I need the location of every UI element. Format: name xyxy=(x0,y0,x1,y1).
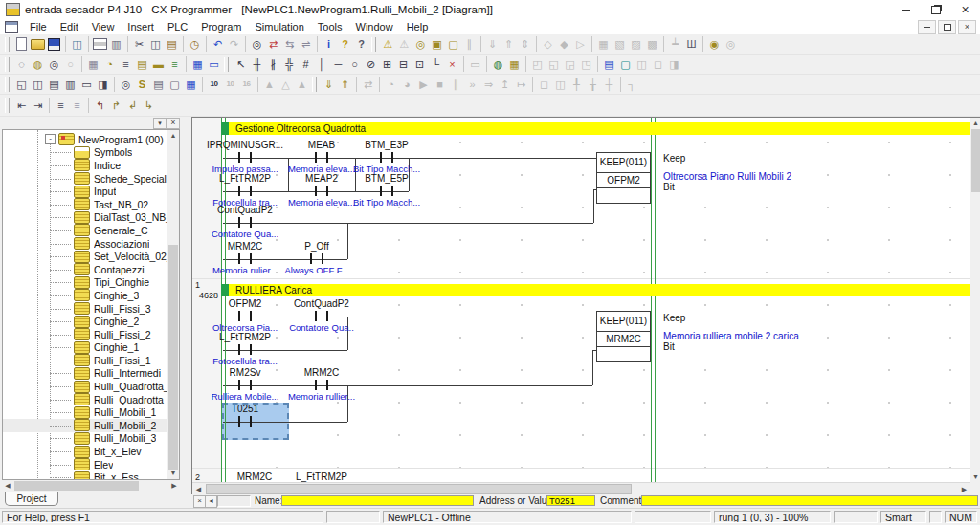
menu-plc[interactable]: PLC xyxy=(161,19,194,34)
menu-tools[interactable]: Tools xyxy=(311,19,349,34)
comment-input[interactable] xyxy=(641,495,978,506)
go-to-next-input-icon[interactable]: ↱ xyxy=(108,98,124,113)
tree-item-rulli-quadrotta-1[interactable]: Rulli_Quadrotta_1 xyxy=(3,380,167,393)
window-view-icon[interactable]: ▢ xyxy=(167,77,183,92)
go-to-next-rung-icon[interactable]: ↳ xyxy=(141,98,157,113)
rung-comment-list-icon[interactable]: ≡ xyxy=(118,56,134,72)
browse-icon[interactable]: ◍ xyxy=(490,56,506,72)
arrange-icons-icon[interactable]: ▭ xyxy=(78,77,95,92)
tree-item-elev[interactable]: Elev xyxy=(3,458,167,471)
ladder-vertical-scrollbar[interactable] xyxy=(970,118,980,482)
scroll-up-icon[interactable] xyxy=(970,118,980,128)
monitor-decimal-icon[interactable]: 10 xyxy=(206,77,222,92)
online-search-icon[interactable]: ◎ xyxy=(412,36,429,52)
toolbar-grip[interactable] xyxy=(224,57,229,72)
tree-item-set-velocit-02-nb-3[interactable]: Set_Velocità_02_NB_3 xyxy=(3,250,167,263)
ladder-contact[interactable]: L_FtTRM2P xyxy=(278,471,365,482)
keep-instruction-block[interactable]: KEEP(011)MRM2C xyxy=(596,311,651,362)
coil-tool-icon[interactable]: ○ xyxy=(346,56,363,72)
help-icon[interactable]: ? xyxy=(337,36,353,52)
ladder-canvas[interactable]: Gestione Oltrecorsa QuadrottaRULLIERA Ca… xyxy=(192,118,970,482)
tree-item-bit-x-ess-[interactable]: Bit_x_Ess_ xyxy=(3,470,167,479)
outdent-rung-icon[interactable]: ⇥ xyxy=(30,98,46,113)
mdi-restore-button[interactable] xyxy=(938,20,956,34)
tree-item-symbols[interactable]: Symbols xyxy=(3,146,167,160)
save-icon[interactable] xyxy=(46,36,62,52)
contact-no-tool-icon[interactable]: ╫ xyxy=(249,56,265,72)
minimize-button[interactable] xyxy=(891,0,921,19)
align-top-icon[interactable]: ≡ xyxy=(53,98,69,113)
horizontal-line-tool-icon[interactable]: ─ xyxy=(330,56,346,72)
zoom-custom-icon[interactable]: ◍ xyxy=(30,56,46,72)
local-symbol-table-icon[interactable]: ≡ xyxy=(167,56,183,72)
menu-insert[interactable]: Insert xyxy=(121,19,161,34)
cascade-windows-icon[interactable]: ◫ xyxy=(30,77,46,92)
io-comment-view-icon[interactable]: ▦ xyxy=(183,77,199,92)
tree-scroll-thumb[interactable] xyxy=(168,245,178,470)
ladder-contact[interactable]: MRM2CMemoria rullier... xyxy=(278,367,365,404)
coil-nc-tool-icon[interactable]: ⊘ xyxy=(363,56,379,72)
mdi-close-button[interactable] xyxy=(958,20,976,34)
or-contact-no-tool-icon[interactable]: ╬ xyxy=(281,56,298,72)
toolbar-grip[interactable] xyxy=(371,37,376,52)
instruction-detail-tool-icon[interactable]: ⊟ xyxy=(395,56,412,72)
menu-file[interactable]: File xyxy=(23,19,54,34)
find-report-icon[interactable]: ⇌ xyxy=(298,36,314,52)
tree-item-rulli-fissi-3[interactable]: Rulli_Fissi_3 xyxy=(3,302,167,316)
monitor-colors-icon[interactable]: ◔ xyxy=(101,56,118,72)
paste-icon[interactable]: ▤ xyxy=(164,36,180,52)
tree-item-tipi-cinghie[interactable]: Tipi_Cinghie xyxy=(3,276,167,290)
address-reference-tool-icon[interactable]: Ш xyxy=(683,36,700,52)
ladder-vscroll-thumb[interactable] xyxy=(971,129,980,192)
tree-item-dialtast-03-nb-32[interactable]: DialTast_03_NB_32 xyxy=(3,211,167,225)
print-icon[interactable] xyxy=(92,36,108,52)
find-bit-icon[interactable]: ◎ xyxy=(118,77,134,92)
find-icon[interactable]: ◎ xyxy=(249,36,265,52)
tree-item-cinghie-1[interactable]: Cinghie_1 xyxy=(3,341,167,355)
ladder-horizontal-scrollbar[interactable] xyxy=(192,482,970,495)
compile-icon[interactable]: ⚠ xyxy=(380,36,396,52)
tree-item-input[interactable]: Input xyxy=(3,185,167,198)
or-contact-nc-tool-icon[interactable]: # xyxy=(298,56,314,72)
ladder-contact[interactable]: BTM_E5PBit Tipo Macch... xyxy=(344,173,430,209)
tree-item-contapezzi[interactable]: Contapezzi xyxy=(3,263,167,276)
new-icon[interactable] xyxy=(13,36,30,52)
zoom-out-icon[interactable]: ◎ xyxy=(46,56,62,72)
address-or-value-input[interactable] xyxy=(546,495,595,506)
undo-icon[interactable]: ↶ xyxy=(210,36,226,52)
find-replace-icon[interactable]: ⇆ xyxy=(281,36,298,52)
tree-item-associazioni[interactable]: Associazioni xyxy=(3,237,167,251)
toolbar-grip[interactable] xyxy=(5,77,10,92)
mdi-minimize-button[interactable] xyxy=(918,20,936,34)
save-function-file-icon[interactable]: ◫ xyxy=(69,36,85,52)
restore-button[interactable] xyxy=(921,0,950,19)
rung-header[interactable]: Gestione Oltrecorsa Quadrotta xyxy=(221,122,970,135)
scroll-right-icon[interactable] xyxy=(168,480,180,492)
context-help-icon[interactable]: ? xyxy=(353,36,369,52)
rung-header[interactable]: RULLIERA Carica xyxy=(221,284,970,296)
zoom-in-icon[interactable]: ◌ xyxy=(13,56,30,72)
tree-item-rulli-mobili-3[interactable]: Rulli_Mobili_3 xyxy=(3,432,167,446)
tree-item-rulli-quadrotta-2[interactable]: Rulli_Quadrotta_2 xyxy=(3,393,167,406)
function-block-tool-icon[interactable]: ⊡ xyxy=(412,56,428,72)
tree-item-rulli-fissi-2[interactable]: Rulli_Fissi_2 xyxy=(3,328,167,341)
ladder-contact[interactable]: BTM_E3PBit Tipo Macch... xyxy=(344,140,430,176)
watch-window-icon[interactable]: ▢ xyxy=(617,56,634,72)
tree-item-tast-nb-02[interactable]: Tast_NB_02 xyxy=(3,198,167,211)
workspace-menu-button[interactable] xyxy=(153,118,167,129)
tree-item-newprogram1-00-[interactable]: -NewProgram1 (00) xyxy=(3,133,167,146)
menu-window[interactable]: Window xyxy=(349,19,400,34)
print-preview-icon[interactable]: ▥ xyxy=(108,36,124,52)
online-save-icon[interactable]: ▣ xyxy=(429,36,445,52)
menu-program[interactable]: Program xyxy=(194,19,248,34)
show-monitor-box-icon[interactable]: ▤ xyxy=(134,56,150,72)
tree-item-cinghie-3[interactable]: Cinghie_3 xyxy=(3,289,167,302)
symbol-bar-icon[interactable]: ▬ xyxy=(150,56,167,72)
ladder-hscroll-thumb[interactable] xyxy=(206,484,632,494)
select-tool-icon[interactable]: ↖ xyxy=(233,56,249,72)
paste-clipboard-icon[interactable]: ◷ xyxy=(187,36,203,52)
keep-instruction-block[interactable]: KEEP(011)OFPM2 xyxy=(596,152,651,204)
symbol-table-icon[interactable]: ▤ xyxy=(601,56,617,72)
scroll-left-icon[interactable] xyxy=(2,480,13,492)
tree-item-schede-speciali[interactable]: Schede_Speciali xyxy=(3,172,167,186)
